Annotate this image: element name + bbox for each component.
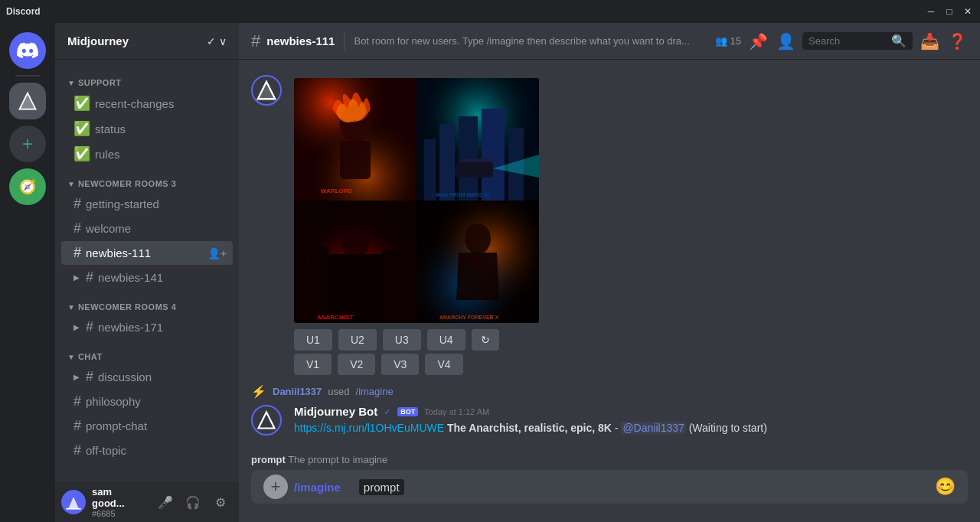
channel-label-newbies-111: newbies-111	[86, 246, 203, 259]
variation-2-button[interactable]: V2	[338, 354, 375, 375]
server-header[interactable]: Midjourney ✓ ∨	[55, 23, 239, 60]
bot-message-content: Midjourney Bot ✓ BOT Today at 1:12 AM ht…	[294, 405, 968, 436]
hash-icon: #	[74, 442, 81, 458]
message-status: (Waiting to start)	[689, 422, 767, 434]
command-arg-text: prompt	[364, 481, 400, 494]
maximize-button[interactable]: □	[943, 5, 956, 18]
image-cell-4: ANARCHY FOREVER X	[416, 201, 539, 323]
svg-text:ANARCHIST: ANARCHIST	[317, 314, 353, 321]
category-chat-label: CHAT	[78, 352, 103, 361]
refresh-button[interactable]: ↻	[472, 329, 499, 351]
inbox-button[interactable]: 📥	[919, 31, 940, 52]
user-area: sam good... #6685 🎤 🎧 ⚙	[55, 482, 239, 522]
attachment-button[interactable]: +	[263, 475, 288, 499]
app-body: + 🧭 Midjourney ✓ ∨ ▼ SUPPORT ✅ recent-ch…	[0, 23, 980, 522]
server-icon-midjourney[interactable]	[9, 83, 46, 119]
svg-rect-22	[328, 254, 382, 323]
category-arrow-discussion: ▶	[74, 373, 81, 381]
category-newcomer-3-header[interactable]: ▼ NEWCOMER ROOMS 3	[61, 179, 233, 188]
message-timestamp: Today at 1:12 AM	[424, 407, 489, 416]
message-link[interactable]: https://s.mj.run/l1OHvEuMUWE	[294, 422, 444, 434]
topbar-actions: 👥 15 📌 👤 🔍 📥 ❓	[715, 31, 968, 52]
prompt-hint-label: prompt	[251, 454, 286, 465]
member-count-number: 15	[730, 35, 741, 47]
hash-icon: ✅	[74, 145, 90, 162]
category-newcomer-4: ▼ NEWCOMER ROOMS 4	[55, 290, 239, 315]
pin-button[interactable]: 📌	[747, 31, 769, 52]
channel-item-discussion[interactable]: ▶ # discussion	[61, 365, 233, 389]
image-message-content: WARLORD	[294, 75, 968, 378]
server-header-dropdown-icon: ✓ ∨	[207, 35, 227, 47]
channel-item-prompt-chat[interactable]: # prompt-chat	[61, 414, 233, 438]
upscale-4-button[interactable]: U4	[427, 329, 466, 351]
titlebar: Discord ─ □ ✕	[0, 0, 980, 23]
hash-icon: #	[86, 319, 93, 335]
topbar-description: Bot room for new users. Type /imagine th…	[354, 35, 708, 47]
upscale-2-button[interactable]: U2	[338, 329, 377, 351]
svg-text:MAN FROM MARS VI: MAN FROM MARS VI	[436, 192, 489, 197]
mention-daniil: @Daniil1337	[621, 422, 685, 434]
bot-badge: BOT	[397, 407, 418, 416]
server-divider	[15, 75, 40, 77]
window-controls: ─ □ ✕	[925, 5, 974, 18]
channel-item-off-topic[interactable]: # off-topic	[61, 439, 233, 462]
topbar-channel-name: newbies-111	[266, 34, 335, 47]
prompt-hint: prompt The prompt to imagine	[251, 451, 968, 470]
variation-3-button[interactable]: V3	[381, 354, 419, 375]
upscale-3-button[interactable]: U3	[383, 329, 421, 351]
svg-rect-4	[340, 141, 371, 179]
minimize-button[interactable]: ─	[925, 5, 937, 18]
headphone-button[interactable]: 🎧	[181, 490, 205, 514]
chat-text-input[interactable]	[410, 472, 929, 502]
image-cell-3: ANARCHIST	[294, 201, 416, 323]
people-button[interactable]: 👤	[775, 31, 796, 52]
channel-item-newbies-111[interactable]: # newbies-111 👤+	[61, 241, 233, 265]
channel-item-welcome[interactable]: # welcome	[61, 217, 233, 240]
channel-item-rules[interactable]: ✅ rules	[61, 142, 233, 166]
settings-button[interactable]: ⚙	[208, 490, 233, 514]
microphone-button[interactable]: 🎤	[153, 490, 178, 514]
channel-item-newbies-141[interactable]: ▶ # newbies-141	[61, 266, 233, 289]
channel-item-getting-started[interactable]: # getting-started	[61, 192, 233, 216]
topbar-hash-icon: #	[251, 31, 260, 51]
search-icon: 🔍	[891, 34, 906, 48]
channel-item-status[interactable]: ✅ status	[61, 116, 233, 141]
chat-input-wrapper: + /imagine prompt 😊	[251, 470, 968, 504]
svg-rect-21	[382, 250, 401, 323]
system-user-daniil[interactable]: Daniil1337	[273, 386, 322, 397]
category-support-header[interactable]: ▼ SUPPORT	[61, 78, 233, 87]
system-command-imagine: /imagine	[356, 386, 394, 397]
messages-area: WARLORD	[239, 60, 980, 451]
topbar-divider	[344, 32, 345, 51]
system-message-action: used	[328, 386, 349, 397]
system-message-icon: ⚡	[251, 384, 266, 399]
category-support-label: SUPPORT	[78, 78, 122, 87]
category-chat-arrow: ▼	[67, 353, 75, 361]
members-icon: 👥	[715, 35, 727, 47]
image-grid: WARLORD	[294, 78, 539, 323]
server-add-button[interactable]: +	[9, 126, 46, 162]
close-button[interactable]: ✕	[962, 5, 974, 18]
variation-1-button[interactable]: V1	[294, 354, 332, 375]
user-discriminator: #6685	[92, 509, 147, 518]
server-icon-discord[interactable]	[9, 32, 46, 69]
variation-4-button[interactable]: V4	[425, 354, 462, 375]
server-explore-button[interactable]: 🧭	[9, 168, 46, 205]
emoji-button[interactable]: 😊	[935, 477, 956, 497]
category-chat-header[interactable]: ▼ CHAT	[61, 352, 233, 361]
channel-item-philosophy[interactable]: # philosophy	[61, 390, 233, 413]
category-newcomer-4-header[interactable]: ▼ NEWCOMER ROOMS 4	[61, 302, 233, 312]
upscale-1-button[interactable]: U1	[294, 329, 332, 351]
search-input[interactable]	[808, 35, 888, 47]
help-button[interactable]: ❓	[946, 31, 968, 52]
prompt-hint-text: The prompt to imagine	[288, 454, 387, 465]
channel-item-newbies-171[interactable]: ▶ # newbies-171	[61, 315, 233, 339]
hash-icon: ✅	[74, 95, 90, 112]
image-figure-1: WARLORD	[294, 78, 416, 201]
svg-rect-13	[455, 162, 493, 178]
message-group-image: WARLORD	[239, 72, 980, 381]
channel-item-recent-changes[interactable]: ✅ recent-changes	[61, 91, 233, 116]
hash-icon: #	[74, 220, 81, 237]
search-box: 🔍	[802, 32, 913, 50]
system-message-daniil: ⚡ Daniil1337 used /imagine	[239, 381, 980, 402]
